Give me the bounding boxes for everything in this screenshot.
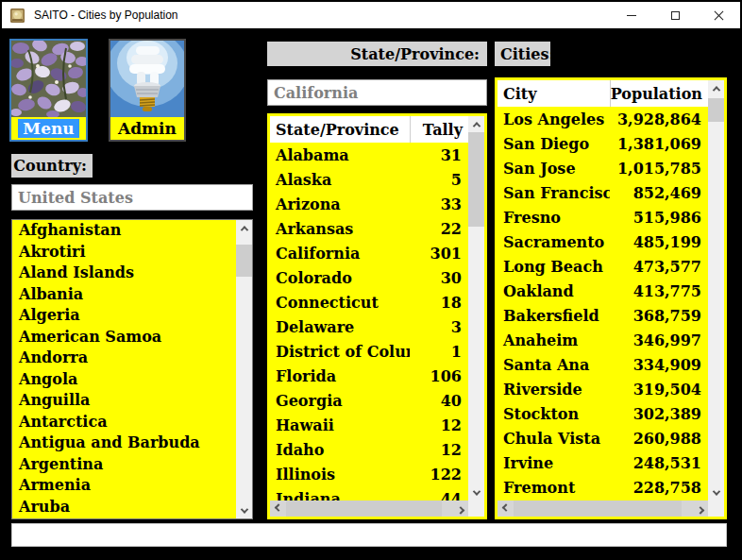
state-table-vertical-scrollbar[interactable] bbox=[468, 116, 484, 501]
maximize-icon bbox=[671, 11, 680, 20]
scroll-up-button[interactable] bbox=[468, 116, 484, 132]
country-label: Country: bbox=[11, 154, 93, 178]
state-table-row[interactable]: Delaware 3 bbox=[270, 314, 468, 339]
chevron-up-icon bbox=[712, 86, 719, 93]
state-table-row[interactable]: Illinois 122 bbox=[270, 462, 468, 486]
state-table-row[interactable]: Alabama 31 bbox=[270, 143, 468, 167]
tally-column-header[interactable]: Tally bbox=[410, 116, 468, 143]
country-input[interactable] bbox=[11, 184, 253, 211]
city-table-row[interactable]: Stockton 302,389 bbox=[497, 401, 708, 426]
country-list-item[interactable]: Antigua and Barbuda bbox=[12, 433, 236, 454]
state-table-row[interactable]: Alaska 5 bbox=[270, 167, 468, 192]
scroll-thumb[interactable] bbox=[468, 132, 484, 227]
country-list[interactable]: Afghanistan Akrotiri Aland Islands Alban… bbox=[11, 219, 253, 519]
chevron-down-icon bbox=[712, 487, 719, 495]
country-list-item[interactable]: Angola bbox=[12, 369, 236, 391]
country-list-item[interactable]: Akrotiri bbox=[12, 242, 236, 263]
scroll-thumb[interactable] bbox=[286, 501, 442, 517]
country-list-item[interactable]: American Samoa bbox=[12, 327, 236, 348]
city-table-row[interactable]: Santa Ana 334,909 bbox=[497, 352, 708, 377]
menu-button-label: Menu bbox=[11, 117, 86, 140]
state-table-horizontal-scrollbar[interactable] bbox=[270, 501, 468, 517]
scroll-thumb[interactable] bbox=[514, 501, 682, 517]
city-table-row[interactable]: San Diego 1,381,069 bbox=[497, 131, 708, 156]
city-table-row[interactable]: Long Beach 473,577 bbox=[497, 254, 708, 279]
state-table-row[interactable]: Connecticut 18 bbox=[270, 290, 468, 314]
state-table-row[interactable]: California 301 bbox=[270, 241, 468, 265]
chevron-down-icon bbox=[240, 505, 247, 513]
scroll-right-button[interactable] bbox=[692, 501, 708, 517]
population-column-header[interactable]: Population bbox=[610, 80, 708, 107]
country-list-item[interactable]: Argentina bbox=[12, 454, 236, 476]
country-list-item[interactable]: Aruba bbox=[12, 497, 236, 518]
scroll-thumb[interactable] bbox=[236, 245, 252, 277]
state-table-row[interactable]: Idaho 12 bbox=[270, 437, 468, 462]
city-table-row[interactable]: Sacramento 485,199 bbox=[497, 229, 708, 254]
city-table-row[interactable]: Chula Vista 260,988 bbox=[497, 426, 708, 450]
city-table-row[interactable]: San Jose 1,015,785 bbox=[497, 156, 708, 180]
menu-button[interactable]: Menu bbox=[9, 39, 88, 142]
country-list-item[interactable]: Albania bbox=[12, 284, 236, 306]
wisteria-flowers-image bbox=[11, 41, 86, 117]
scroll-right-button[interactable] bbox=[452, 501, 468, 517]
chevron-down-icon bbox=[472, 487, 480, 495]
titlebar: SAITO - Cities by Population bbox=[2, 2, 740, 28]
cities-table-horizontal-scrollbar[interactable] bbox=[497, 501, 708, 517]
chevron-up-icon bbox=[240, 226, 247, 233]
maximize-button[interactable] bbox=[653, 2, 697, 28]
city-table-row[interactable]: Fremont 228,758 bbox=[497, 475, 708, 500]
scroll-left-button[interactable] bbox=[270, 501, 286, 517]
country-list-vertical-scrollbar[interactable] bbox=[236, 220, 252, 518]
admin-button[interactable]: Admin bbox=[109, 39, 186, 142]
scrollbar-corner bbox=[708, 501, 724, 517]
app-icon bbox=[9, 8, 25, 24]
chevron-left-icon bbox=[274, 503, 281, 511]
scroll-up-button[interactable] bbox=[236, 220, 252, 236]
close-button[interactable] bbox=[697, 2, 740, 28]
country-list-item[interactable]: Anguilla bbox=[12, 390, 236, 412]
state-table-row[interactable]: Florida 106 bbox=[270, 364, 468, 388]
state-table-row[interactable]: Hawaii 12 bbox=[270, 413, 468, 437]
country-list-item[interactable]: Algeria bbox=[12, 305, 236, 327]
city-table-row[interactable]: Oakland 413,775 bbox=[497, 279, 708, 303]
state-table-row[interactable]: Arkansas 22 bbox=[270, 216, 468, 241]
cities-table-header: City Population bbox=[497, 80, 708, 107]
cities-table[interactable]: City Population Los Angeles 3,928,864 Sa… bbox=[495, 77, 727, 519]
city-table-row[interactable]: Anaheim 346,997 bbox=[497, 328, 708, 352]
minimize-icon bbox=[627, 15, 636, 16]
city-table-row[interactable]: Bakersfield 368,759 bbox=[497, 303, 708, 328]
state-table[interactable]: State/Province Tally Alabama 31 Alaska 5… bbox=[267, 113, 487, 519]
state-province-input[interactable] bbox=[267, 79, 487, 106]
scroll-thumb[interactable] bbox=[708, 98, 724, 122]
city-table-row[interactable]: Irvine 248,531 bbox=[497, 450, 708, 475]
city-column-header[interactable]: City bbox=[497, 85, 610, 103]
state-table-row[interactable]: Arizona 33 bbox=[270, 192, 468, 216]
city-table-row[interactable]: Los Angeles 3,928,864 bbox=[497, 107, 708, 131]
light-bulb-image bbox=[110, 41, 184, 117]
state-table-row[interactable]: Colorado 30 bbox=[270, 265, 468, 290]
state-table-row[interactable]: Georgia 40 bbox=[270, 388, 468, 413]
scroll-left-button[interactable] bbox=[497, 501, 514, 517]
scroll-down-button[interactable] bbox=[468, 484, 484, 501]
close-icon bbox=[714, 10, 724, 21]
window-title: SAITO - Cities by Population bbox=[34, 8, 178, 22]
chevron-right-icon bbox=[696, 506, 703, 514]
country-list-item[interactable]: Afghanistan bbox=[12, 220, 236, 242]
country-list-item[interactable]: Armenia bbox=[12, 475, 236, 497]
city-table-row[interactable]: San Francisco 852,469 bbox=[497, 180, 708, 205]
country-list-item[interactable]: Antarctica bbox=[12, 412, 236, 433]
scroll-down-button[interactable] bbox=[708, 484, 724, 501]
city-table-row[interactable]: Riverside 319,504 bbox=[497, 377, 708, 401]
chevron-up-icon bbox=[472, 122, 480, 129]
state-table-row[interactable]: District of Colum... 1 bbox=[270, 339, 468, 364]
scroll-up-button[interactable] bbox=[708, 80, 724, 96]
state-table-header: State/Province Tally bbox=[270, 116, 468, 143]
minimize-button[interactable] bbox=[610, 2, 653, 28]
cities-table-vertical-scrollbar[interactable] bbox=[708, 80, 724, 501]
scrollbar-corner bbox=[468, 501, 484, 517]
scroll-down-button[interactable] bbox=[236, 502, 252, 518]
city-table-row[interactable]: Fresno 515,986 bbox=[497, 205, 708, 229]
state-column-header[interactable]: State/Province bbox=[270, 121, 410, 139]
country-list-item[interactable]: Andorra bbox=[12, 348, 236, 369]
country-list-item[interactable]: Aland Islands bbox=[12, 263, 236, 284]
